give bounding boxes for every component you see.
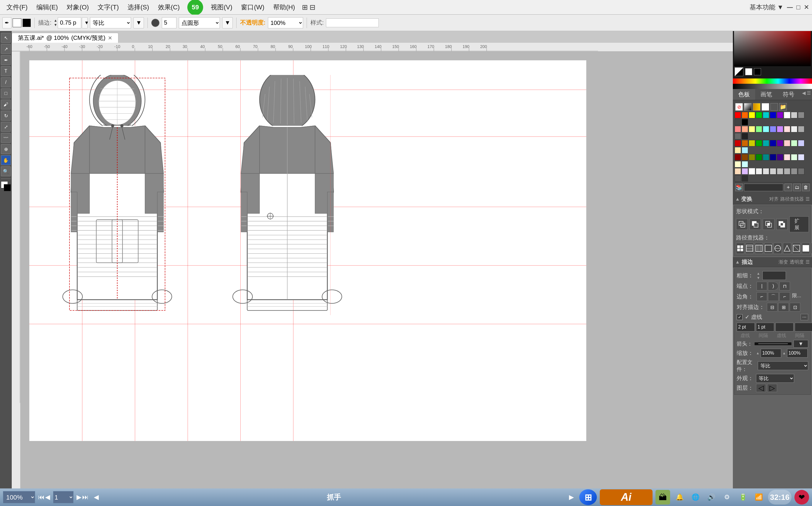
path-btn-3[interactable] [755, 243, 763, 254]
doc-tab[interactable]: 第五课.ai* @ 100% (CMYK/预览) ✕ [12, 33, 119, 43]
shape-type-select[interactable]: 点圆形 [179, 17, 220, 28]
swatch-item[interactable] [777, 126, 783, 133]
config-select[interactable]: 等比 [758, 361, 808, 370]
swatch-item[interactable] [742, 133, 748, 139]
swatch-item[interactable] [756, 126, 762, 133]
path-btn-7[interactable] [792, 243, 801, 254]
swatch-item[interactable] [784, 154, 790, 161]
menu-file[interactable]: 文件(F) [3, 2, 31, 13]
swatch-item[interactable] [798, 168, 804, 175]
shape-builder-tool[interactable]: ⊕ [1, 144, 11, 154]
pathfinder-panel-header[interactable]: ▲ 变换 对齐 路径查找器 ☰ [733, 194, 812, 204]
swatch-item[interactable] [770, 140, 776, 147]
path-btn-5[interactable] [773, 243, 782, 254]
swatch-item[interactable] [798, 140, 804, 147]
menu-effect[interactable]: 效果(C) [154, 2, 184, 13]
tray-icon-battery[interactable]: 🔋 [736, 491, 749, 504]
menu-text[interactable]: 文字(T) [94, 2, 122, 13]
menu-help[interactable]: 帮助(H) [270, 2, 299, 13]
swatch-item[interactable] [763, 168, 769, 175]
scroll-right-btn[interactable]: ▶ [569, 493, 574, 501]
tray-icon-4[interactable]: ⚙ [721, 491, 733, 504]
outer-select[interactable]: 等比 [756, 374, 794, 383]
swatch-item[interactable] [735, 168, 741, 175]
shape-dropdown[interactable]: ▼ [222, 17, 233, 28]
line-tool[interactable]: / [1, 77, 11, 87]
swatch-item[interactable] [763, 154, 769, 161]
swatch-item[interactable] [749, 140, 755, 147]
weight-down[interactable]: ▼ [757, 276, 760, 280]
zoom-select[interactable]: 100% [3, 491, 35, 503]
swatch-item[interactable] [770, 168, 776, 175]
point-count-input[interactable] [162, 17, 177, 28]
stroke-weight-val[interactable]: 0.75 pt [762, 271, 786, 280]
swatch-dark-gray[interactable] [770, 103, 778, 111]
swatch-item[interactable] [742, 154, 748, 161]
swatch-item[interactable] [784, 140, 790, 147]
page-last[interactable]: ⏭ [82, 493, 88, 501]
brush-color[interactable] [151, 19, 159, 27]
cap-butt[interactable]: | [757, 282, 767, 290]
tray-icon-2[interactable]: 🌐 [689, 491, 702, 504]
stroke-panel-menu[interactable]: ☰ [806, 259, 810, 265]
white-swatch[interactable] [745, 68, 752, 75]
swatch-item[interactable] [742, 161, 748, 167]
dash-val-2[interactable] [775, 323, 794, 331]
direct-selection-tool[interactable]: ↗ [1, 44, 11, 54]
scale-val-1[interactable] [761, 349, 781, 357]
file-manager-icon[interactable]: 🏔 [656, 490, 670, 505]
pathfinder-tab3[interactable]: 路径查找器 [780, 196, 804, 202]
swatch-none[interactable]: ⊘ [735, 103, 743, 111]
zoom-tool[interactable]: 🔍 [1, 166, 11, 176]
workspace-label[interactable]: 基本功能 ▼ [750, 3, 784, 12]
tab-brushes[interactable]: 画笔 [755, 89, 777, 100]
swatch-item[interactable] [756, 112, 762, 118]
path-btn-4[interactable] [764, 243, 772, 254]
pen-tool-btn[interactable]: ✒ [2, 17, 11, 28]
rotate-tool[interactable]: ↻ [1, 111, 11, 120]
stroke-weight-input[interactable] [58, 17, 81, 28]
stroke-style-dropdown[interactable]: ▼ [133, 17, 144, 28]
black-white-icon[interactable] [735, 67, 743, 76]
arrow-end-select[interactable]: ▼ [794, 340, 808, 348]
tray-icon-1[interactable]: 🔔 [673, 491, 686, 504]
corner-bevel[interactable]: ⌐ [780, 292, 790, 301]
swatch-item[interactable] [742, 126, 748, 133]
pen-tool[interactable]: ✒ [1, 55, 11, 65]
swatch-item[interactable] [784, 168, 790, 175]
swatch-item[interactable] [777, 168, 783, 175]
swatch-item[interactable] [756, 154, 762, 161]
tray-icon-wifi[interactable]: 📶 [752, 491, 765, 504]
swatch-item[interactable] [791, 168, 797, 175]
swatch-item[interactable] [770, 112, 776, 118]
swatch-item[interactable] [791, 140, 797, 147]
rect-tool[interactable]: □ [1, 88, 11, 98]
scale-val-2[interactable] [787, 349, 808, 357]
shape-btn-exclude[interactable] [776, 219, 788, 230]
swatch-delete[interactable]: 🗑 [802, 184, 810, 191]
pathfinder-tab1[interactable]: 对齐 [769, 196, 779, 202]
swatches-collapse[interactable]: ◀ [802, 90, 806, 99]
swatch-gradient1[interactable] [744, 103, 752, 111]
layer-btn-2[interactable]: ▷ [767, 384, 777, 392]
stroke-tab-opacity[interactable]: 透明度 [790, 259, 804, 265]
style-preview[interactable] [326, 18, 379, 27]
weight-up[interactable]: ▲ [757, 271, 760, 275]
align-center[interactable]: ⊟ [767, 303, 777, 312]
swatch-item[interactable] [763, 140, 769, 147]
swatch-item[interactable] [735, 133, 741, 139]
swatch-item[interactable] [791, 154, 797, 161]
layer-btn-1[interactable]: ◁ [756, 384, 766, 392]
brightness-bar[interactable] [733, 84, 812, 89]
close-btn[interactable]: ✕ [804, 3, 809, 11]
stroke-swatch[interactable] [4, 184, 11, 191]
swatch-item[interactable] [742, 168, 748, 175]
swatch-item[interactable] [742, 112, 748, 118]
pathfinder-collapse-arrow[interactable]: ▲ [735, 196, 740, 202]
zoom-first[interactable]: ⏮ [38, 493, 45, 501]
stroke-up-arrow[interactable]: ▲ [54, 18, 58, 22]
shape-btn-add[interactable] [736, 219, 748, 230]
hand-tool[interactable]: ✋ [1, 155, 11, 165]
swatch-search[interactable] [744, 184, 783, 191]
dash-val-1[interactable] [737, 323, 755, 331]
